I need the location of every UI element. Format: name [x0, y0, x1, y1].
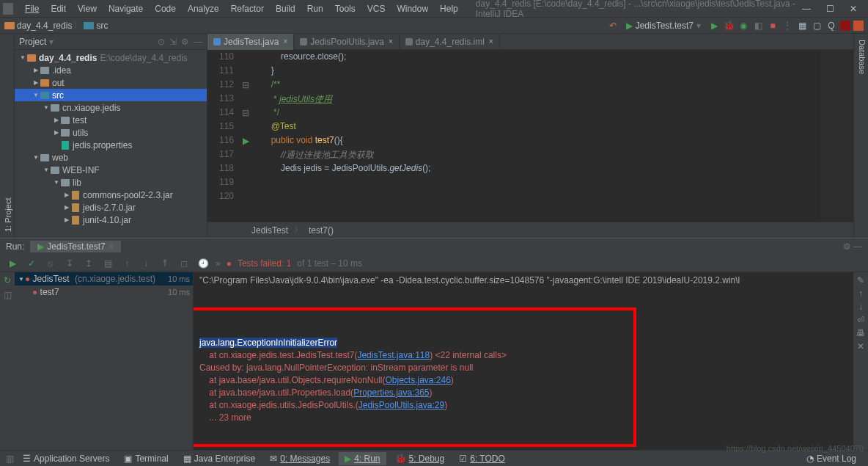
- rerun-failed-icon[interactable]: ✓: [25, 257, 38, 270]
- test-tree[interactable]: ▼● JedisTest (cn.xiaoge.jedis.test) 10 m…: [15, 272, 194, 450]
- more-1-icon[interactable]: ⋮: [781, 20, 793, 32]
- search-icon[interactable]: Q: [825, 20, 837, 32]
- tool-tab-database[interactable]: Database: [856, 34, 868, 238]
- menu-analyze[interactable]: Analyze: [182, 2, 225, 15]
- sort-1-icon[interactable]: ↧: [63, 257, 76, 270]
- hide-icon[interactable]: —: [194, 37, 202, 47]
- crumb-class[interactable]: JedisTest: [251, 225, 288, 236]
- tree-row[interactable]: ▼lib: [15, 176, 207, 189]
- menu-window[interactable]: Window: [391, 2, 434, 15]
- tree-row[interactable]: ▶out: [15, 76, 207, 89]
- editor-tab[interactable]: JedisTest.java×: [207, 34, 294, 50]
- menu-refactor[interactable]: Refactor: [225, 2, 270, 15]
- debug-button-icon[interactable]: 🐞: [723, 20, 735, 32]
- clear-icon[interactable]: ✕: [857, 341, 864, 352]
- run-panel-tab[interactable]: ▶JedisTest.test7 ×: [30, 241, 120, 252]
- nav-back-icon[interactable]: ↶: [607, 20, 619, 32]
- btab-eventlog[interactable]: ◔ Event Log: [801, 452, 862, 465]
- editor-tab[interactable]: day_4.4_redis.iml×: [400, 34, 500, 50]
- import-icon[interactable]: ◻: [177, 257, 191, 270]
- scroll-up-icon[interactable]: ↑: [858, 288, 863, 299]
- btab-appservers[interactable]: ☰ Application Servers: [17, 452, 115, 465]
- run-exec-icon[interactable]: ↻: [4, 275, 11, 285]
- menu-view[interactable]: View: [72, 2, 103, 15]
- tool-tab-project[interactable]: 1: Project: [2, 37, 14, 238]
- tree-row[interactable]: ▶commons-pool2-2.3.jar: [15, 189, 207, 201]
- project-tree[interactable]: ▼day_4.4_redisE:\code\day_4.4_redis▶.ide…: [15, 50, 207, 238]
- profile-button-icon[interactable]: ◧: [752, 20, 764, 32]
- stacktrace-link[interactable]: JedisPoolUtils.java:29: [358, 400, 444, 410]
- app-logo-icon: [3, 3, 13, 15]
- gear-icon[interactable]: ⚙: [181, 37, 189, 47]
- ext-4-icon[interactable]: [853, 21, 864, 31]
- btab-je[interactable]: ▦ Java Enterprise: [177, 452, 261, 465]
- menu-run[interactable]: Run: [301, 2, 329, 15]
- ext-2-icon[interactable]: ▢: [811, 20, 823, 32]
- stop-button-icon[interactable]: ■: [767, 20, 779, 32]
- btab-todo[interactable]: ☑ 6: TODO: [453, 452, 511, 465]
- menu-vcs[interactable]: VCS: [361, 2, 391, 15]
- btab-run[interactable]: ▶ 4: Run: [339, 452, 386, 465]
- expand-icon[interactable]: ⇲: [169, 37, 177, 47]
- menu-code[interactable]: Code: [149, 2, 182, 15]
- editor-tab[interactable]: JedisPoolUtils.java×: [294, 34, 400, 50]
- tree-row[interactable]: ▶jedis-2.7.0.jar: [15, 201, 207, 214]
- window-restore-icon[interactable]: ☐: [824, 4, 836, 14]
- btab-terminal[interactable]: ▣ Terminal: [118, 452, 174, 465]
- coverage-button-icon[interactable]: ◉: [738, 20, 749, 32]
- rerun-icon[interactable]: ▶: [6, 257, 19, 270]
- sort-2-icon[interactable]: ↥: [82, 257, 95, 270]
- menu-help[interactable]: Help: [434, 2, 464, 15]
- soft-wrap-icon[interactable]: ✎: [857, 275, 864, 285]
- minimap[interactable]: [820, 50, 853, 222]
- down-icon[interactable]: ↓: [139, 257, 152, 270]
- clock-icon[interactable]: 🕘: [196, 257, 210, 270]
- window-close-icon[interactable]: ✕: [847, 4, 859, 14]
- tool-hide-icon[interactable]: —: [853, 241, 862, 252]
- tree-row[interactable]: ▶junit-4.10.jar: [15, 214, 207, 226]
- console-right-tools: ✎ ↑ ↓ ⏎ 🖶 ✕: [853, 272, 868, 450]
- toggle-auto-icon[interactable]: ⦸: [44, 257, 57, 270]
- stacktrace-link[interactable]: Objects.java:246: [385, 375, 450, 385]
- menu-tools[interactable]: Tools: [329, 2, 361, 15]
- tree-row[interactable]: ▶test: [15, 114, 207, 126]
- tool-gear-icon[interactable]: ⚙: [843, 241, 851, 252]
- wrap-icon[interactable]: ⏎: [857, 315, 864, 325]
- editor-tab-bar: JedisTest.java×JedisPoolUtils.java×day_4…: [207, 34, 853, 50]
- menu-build[interactable]: Build: [270, 2, 301, 15]
- tree-row[interactable]: ▼day_4.4_redisE:\code\day_4.4_redis: [15, 51, 207, 64]
- ext-3-icon[interactable]: [840, 21, 850, 31]
- code-area[interactable]: 110111112113114115116117118119120 ⊟⊟▶ re…: [207, 50, 853, 222]
- test-tree-root[interactable]: ▼● JedisTest (cn.xiaoge.jedis.test) 10 m…: [15, 272, 193, 285]
- scroll-down-icon[interactable]: ↓: [858, 302, 863, 312]
- tree-row[interactable]: ▼WEB-INF: [15, 164, 207, 176]
- menu-navigate[interactable]: Navigate: [103, 2, 149, 15]
- breadcrumb-root[interactable]: day_4.4_redis: [4, 21, 72, 31]
- print-icon[interactable]: 🖶: [856, 328, 865, 338]
- run-button-icon[interactable]: ▶: [708, 20, 720, 32]
- up-icon[interactable]: ↑: [120, 257, 133, 270]
- tree-row[interactable]: ▶.idea: [15, 64, 207, 76]
- run-config-select[interactable]: ▶JedisTest.test7 ▾: [622, 19, 705, 32]
- filter-icon[interactable]: ▤: [101, 257, 114, 270]
- console-output[interactable]: "C:\Program Files\Java\jdk-9.0.4\bin\jav…: [194, 272, 853, 450]
- window-minimize-icon[interactable]: —: [801, 4, 812, 14]
- btab-messages[interactable]: ✉ 0: Messages: [264, 452, 336, 465]
- run-pin-icon[interactable]: ◫: [4, 290, 12, 300]
- test-tree-leaf[interactable]: ● test7 10 ms: [15, 285, 193, 299]
- menu-edit[interactable]: Edit: [45, 2, 72, 15]
- tree-row[interactable]: jedis.properties: [15, 139, 207, 151]
- tree-row[interactable]: ▶utils: [15, 126, 207, 139]
- breadcrumb-src[interactable]: src: [84, 21, 108, 31]
- crumb-method[interactable]: test7(): [309, 225, 334, 236]
- btab-debug[interactable]: 🐞 5: Debug: [389, 452, 451, 465]
- tree-row[interactable]: ▼web: [15, 151, 207, 164]
- stacktrace-link[interactable]: JedisTest.java:118: [357, 350, 430, 360]
- ext-1-icon[interactable]: ▦: [796, 20, 808, 32]
- menu-file[interactable]: File: [19, 2, 45, 15]
- tree-row[interactable]: ▼src: [15, 89, 207, 101]
- tree-row[interactable]: ▼cn.xiaoge.jedis: [15, 101, 207, 114]
- export-icon[interactable]: ⤒: [158, 257, 172, 270]
- locate-icon[interactable]: ⊙: [158, 37, 165, 47]
- stacktrace-link[interactable]: Properties.java:365: [353, 387, 429, 398]
